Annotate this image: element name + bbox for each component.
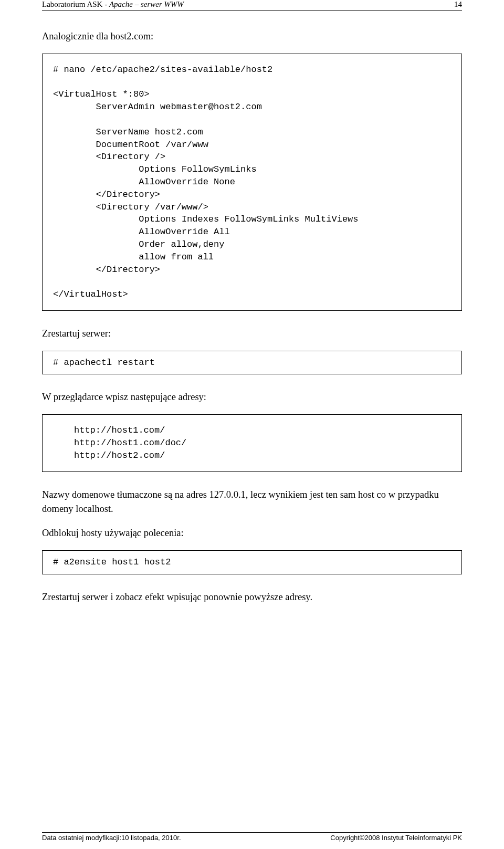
paragraph-4: Nazwy domenowe tłumaczone są na adres 12… xyxy=(42,488,462,517)
header-left: Laboratorium ASK - Apache – serwer WWW xyxy=(42,0,184,9)
code-block-1: # nano /etc/apache2/sites-available/host… xyxy=(42,54,462,311)
code-block-2: # apachectl restart xyxy=(42,351,462,375)
code-block-3: http://host1.com/ http://host1.com/doc/ … xyxy=(42,414,462,471)
paragraph-2: Zrestartuj serwer: xyxy=(42,327,462,341)
paragraph-1: Analogicznie dla host2.com: xyxy=(42,29,462,44)
header-title-plain: Laboratorium ASK - xyxy=(42,0,109,8)
page-number: 14 xyxy=(454,0,462,9)
paragraph-3: W przeglądarce wpisz następujące adresy: xyxy=(42,390,462,405)
code-block-4: # a2ensite host1 host2 xyxy=(42,550,462,574)
paragraph-6: Zrestartuj serwer i zobacz efekt wpisują… xyxy=(42,590,462,605)
page-footer: Data ostatniej modyfikacji:10 listopada,… xyxy=(42,832,462,842)
footer-left: Data ostatniej modyfikacji:10 listopada,… xyxy=(42,834,181,842)
header-title-italic: Apache – serwer WWW xyxy=(109,0,184,8)
footer-right: Copyright©2008 Instytut Teleinformatyki … xyxy=(330,834,462,842)
paragraph-5: Odblokuj hosty używając polecenia: xyxy=(42,526,462,541)
page-header: Laboratorium ASK - Apache – serwer WWW 1… xyxy=(42,0,462,11)
page: Laboratorium ASK - Apache – serwer WWW 1… xyxy=(0,0,504,849)
